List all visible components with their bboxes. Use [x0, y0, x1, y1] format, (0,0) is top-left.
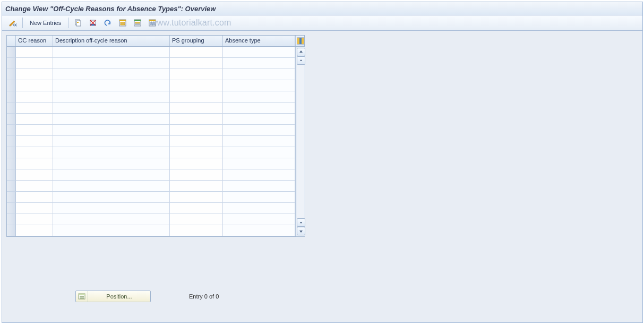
cell-abs_type[interactable] — [223, 58, 295, 69]
scroll-page-up-button[interactable] — [297, 48, 305, 56]
cell-abs_type[interactable] — [223, 147, 295, 158]
table-settings-button[interactable] — [295, 36, 305, 46]
cell-abs_type[interactable] — [223, 47, 295, 58]
column-header-oc-reason[interactable]: OC reason — [16, 36, 53, 46]
cell-ps_group[interactable] — [170, 225, 223, 236]
cell-desc[interactable] — [53, 136, 170, 147]
cell-oc_reason[interactable] — [16, 147, 53, 158]
cell-ps_group[interactable] — [170, 158, 223, 169]
cell-abs_type[interactable] — [223, 181, 295, 192]
cell-desc[interactable] — [53, 147, 170, 158]
cell-desc[interactable] — [53, 69, 170, 80]
row-selector[interactable] — [7, 47, 16, 58]
cell-oc_reason[interactable] — [16, 214, 53, 225]
cell-ps_group[interactable] — [170, 69, 223, 80]
column-header-description[interactable]: Description off-cycle reason — [53, 36, 170, 46]
row-selector[interactable] — [7, 147, 16, 158]
cell-abs_type[interactable] — [223, 114, 295, 125]
cell-oc_reason[interactable] — [16, 125, 53, 136]
row-selector[interactable] — [7, 103, 16, 114]
cell-oc_reason[interactable] — [16, 114, 53, 125]
cell-ps_group[interactable] — [170, 80, 223, 91]
cell-abs_type[interactable] — [223, 136, 295, 147]
select-block-button[interactable] — [130, 17, 145, 29]
cell-oc_reason[interactable] — [16, 69, 53, 80]
cell-abs_type[interactable] — [223, 80, 295, 91]
cell-abs_type[interactable] — [223, 214, 295, 225]
cell-desc[interactable] — [53, 203, 170, 214]
cell-oc_reason[interactable] — [16, 58, 53, 69]
row-selector[interactable] — [7, 91, 16, 103]
scroll-line-up-button[interactable] — [297, 56, 305, 65]
cell-desc[interactable] — [53, 169, 170, 181]
delete-button[interactable] — [85, 17, 100, 29]
cell-ps_group[interactable] — [170, 114, 223, 125]
undo-button[interactable] — [100, 17, 115, 29]
cell-abs_type[interactable] — [223, 192, 295, 203]
scroll-track[interactable] — [297, 65, 304, 218]
cell-ps_group[interactable] — [170, 58, 223, 69]
cell-ps_group[interactable] — [170, 169, 223, 181]
row-selector[interactable] — [7, 181, 16, 192]
scroll-line-down-button[interactable] — [297, 218, 305, 227]
cell-desc[interactable] — [53, 192, 170, 203]
vertical-scrollbar[interactable] — [295, 47, 305, 236]
copy-as-button[interactable] — [71, 17, 85, 29]
row-selector[interactable] — [7, 169, 16, 181]
toggle-display-change-button[interactable] — [5, 17, 20, 29]
cell-ps_group[interactable] — [170, 136, 223, 147]
row-selector[interactable] — [7, 69, 16, 80]
cell-ps_group[interactable] — [170, 214, 223, 225]
cell-abs_type[interactable] — [223, 169, 295, 181]
cell-desc[interactable] — [53, 158, 170, 169]
cell-desc[interactable] — [53, 181, 170, 192]
cell-ps_group[interactable] — [170, 47, 223, 58]
select-all-button[interactable] — [115, 17, 130, 29]
cell-oc_reason[interactable] — [16, 91, 53, 103]
cell-ps_group[interactable] — [170, 103, 223, 114]
cell-ps_group[interactable] — [170, 203, 223, 214]
cell-ps_group[interactable] — [170, 91, 223, 103]
cell-abs_type[interactable] — [223, 203, 295, 214]
cell-abs_type[interactable] — [223, 225, 295, 236]
cell-abs_type[interactable] — [223, 158, 295, 169]
column-header-absence-type[interactable]: Absence type — [223, 36, 295, 46]
cell-oc_reason[interactable] — [16, 80, 53, 91]
row-selector[interactable] — [7, 203, 16, 214]
cell-abs_type[interactable] — [223, 91, 295, 103]
scroll-page-down-button[interactable] — [297, 227, 305, 235]
cell-desc[interactable] — [53, 47, 170, 58]
cell-oc_reason[interactable] — [16, 181, 53, 192]
cell-abs_type[interactable] — [223, 125, 295, 136]
new-entries-button[interactable]: New Entries — [25, 17, 66, 29]
row-selector[interactable] — [7, 136, 16, 147]
cell-ps_group[interactable] — [170, 192, 223, 203]
cell-oc_reason[interactable] — [16, 47, 53, 58]
row-selector[interactable] — [7, 80, 16, 91]
cell-desc[interactable] — [53, 80, 170, 91]
cell-ps_group[interactable] — [170, 147, 223, 158]
cell-ps_group[interactable] — [170, 125, 223, 136]
row-selector[interactable] — [7, 158, 16, 169]
cell-oc_reason[interactable] — [16, 169, 53, 181]
cell-oc_reason[interactable] — [16, 103, 53, 114]
row-selector[interactable] — [7, 125, 16, 136]
deselect-all-button[interactable] — [145, 17, 160, 29]
cell-desc[interactable] — [53, 225, 170, 236]
cell-desc[interactable] — [53, 58, 170, 69]
cell-oc_reason[interactable] — [16, 225, 53, 236]
row-selector[interactable] — [7, 225, 16, 236]
cell-oc_reason[interactable] — [16, 203, 53, 214]
grid-corner[interactable] — [7, 36, 16, 46]
row-selector[interactable] — [7, 192, 16, 203]
cell-ps_group[interactable] — [170, 181, 223, 192]
cell-abs_type[interactable] — [223, 69, 295, 80]
cell-oc_reason[interactable] — [16, 192, 53, 203]
cell-desc[interactable] — [53, 214, 170, 225]
cell-abs_type[interactable] — [223, 103, 295, 114]
cell-desc[interactable] — [53, 125, 170, 136]
cell-oc_reason[interactable] — [16, 158, 53, 169]
position-button[interactable]: Position... — [75, 291, 151, 302]
row-selector[interactable] — [7, 114, 16, 125]
cell-desc[interactable] — [53, 114, 170, 125]
